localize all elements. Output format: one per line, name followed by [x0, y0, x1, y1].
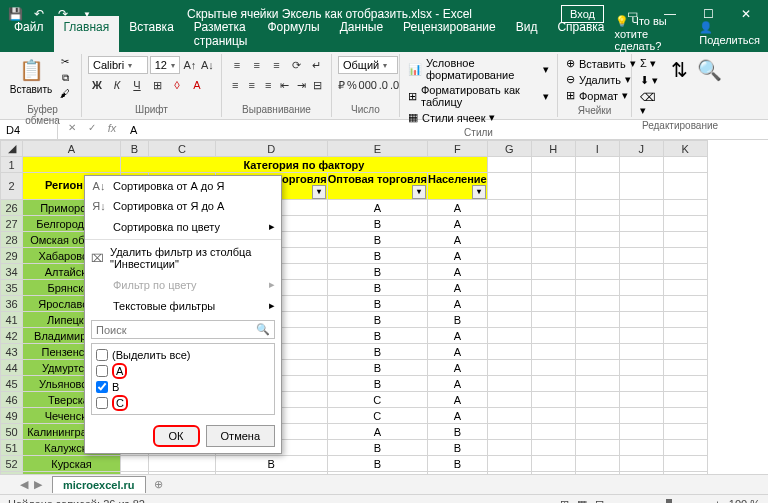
cut-icon[interactable]: ✂	[56, 56, 74, 70]
worksheet-grid[interactable]: ◢ABCDEFGHIJK1Категория по фактору2Регион…	[0, 140, 768, 474]
shrink-font-icon[interactable]: A↓	[200, 56, 215, 74]
cell[interactable]: B	[427, 472, 487, 475]
underline-icon[interactable]: Ч	[128, 76, 146, 94]
row-header[interactable]: 35	[1, 280, 23, 296]
zoom-in-icon[interactable]: +	[714, 498, 720, 503]
sheet-tab[interactable]: microexcel.ru	[52, 476, 146, 493]
clear-icon[interactable]: ⌫ ▾	[638, 90, 662, 118]
col-header[interactable]: F	[427, 141, 487, 157]
cell[interactable]: A	[427, 296, 487, 312]
inc-decimal-icon[interactable]: .0	[379, 76, 388, 94]
select-all-checkbox[interactable]	[96, 349, 108, 361]
borders-icon[interactable]: ⊞	[148, 76, 166, 94]
row-header[interactable]: 2	[1, 173, 23, 200]
cell[interactable]	[149, 456, 216, 472]
currency-icon[interactable]: ₽	[338, 76, 345, 94]
cell[interactable]: C	[327, 408, 427, 424]
sort-color-item[interactable]: Сортировка по цвету▸	[85, 216, 281, 237]
col-header[interactable]: G	[487, 141, 531, 157]
cell[interactable]: C	[327, 392, 427, 408]
tab-разметка страницы[interactable]: Разметка страницы	[184, 16, 258, 52]
cell[interactable]: B	[327, 344, 427, 360]
cell[interactable]: B	[327, 360, 427, 376]
filter-icon[interactable]: ▾	[312, 185, 326, 199]
cell[interactable]: B	[327, 216, 427, 232]
cell[interactable]: B	[327, 328, 427, 344]
cell[interactable]: A	[427, 408, 487, 424]
cancel-button[interactable]: Отмена	[206, 425, 275, 447]
font-family-combo[interactable]: Calibri▾	[88, 56, 148, 74]
sort-az-item[interactable]: A↓Сортировка от А до Я	[85, 176, 281, 196]
merge-icon[interactable]: ⊟	[311, 76, 326, 94]
cell[interactable]: B	[327, 440, 427, 456]
col-header[interactable]: K	[663, 141, 707, 157]
align-bottom-icon[interactable]: ≡	[268, 56, 286, 74]
cell[interactable]: B	[327, 472, 427, 475]
cell[interactable]	[121, 456, 149, 472]
row-header[interactable]: 29	[1, 248, 23, 264]
tab-формулы[interactable]: Формулы	[257, 16, 329, 52]
indent-dec-icon[interactable]: ⇤	[278, 76, 293, 94]
format-cells-button[interactable]: ⊞ Формат ▾	[564, 88, 625, 103]
number-format-combo[interactable]: Общий▾	[338, 56, 398, 74]
indent-inc-icon[interactable]: ⇥	[294, 76, 309, 94]
row-header[interactable]: 43	[1, 344, 23, 360]
cell[interactable]: B	[427, 456, 487, 472]
new-sheet-icon[interactable]: ⊕	[154, 478, 163, 491]
orientation-icon[interactable]: ⟳	[287, 56, 305, 74]
cell[interactable]	[121, 472, 149, 475]
row-header[interactable]: 34	[1, 264, 23, 280]
paste-button[interactable]: 📋 Вставить	[10, 56, 52, 95]
cell[interactable]: B	[327, 296, 427, 312]
cell[interactable]: A	[427, 280, 487, 296]
cell[interactable]: A	[327, 424, 427, 440]
fx-icon[interactable]: fx	[104, 122, 120, 138]
cell[interactable]: B	[327, 456, 427, 472]
cancel-formula-icon[interactable]: ✕	[64, 122, 80, 138]
col-header[interactable]: H	[531, 141, 575, 157]
tab-справка[interactable]: Справка	[547, 16, 614, 52]
filter-icon[interactable]: ▾	[412, 185, 426, 199]
cell[interactable]: B	[327, 232, 427, 248]
formula-input[interactable]: A	[124, 124, 137, 136]
font-color-icon[interactable]: A	[188, 76, 206, 94]
row-header[interactable]: 45	[1, 376, 23, 392]
enter-formula-icon[interactable]: ✓	[84, 122, 100, 138]
cell[interactable]: A	[427, 392, 487, 408]
cell[interactable]: B	[427, 312, 487, 328]
row-header[interactable]: 1	[1, 157, 23, 173]
find-select-button[interactable]: 🔍	[696, 56, 722, 84]
cell[interactable]: A	[427, 328, 487, 344]
grow-font-icon[interactable]: A↑	[182, 56, 197, 74]
filter-values-list[interactable]: (Выделить все) ABC	[91, 343, 275, 415]
row-header[interactable]: 36	[1, 296, 23, 312]
tab-вставка[interactable]: Вставка	[119, 16, 184, 52]
filter-option-checkbox[interactable]	[96, 397, 108, 409]
cell[interactable]: A	[427, 344, 487, 360]
zoom-level[interactable]: 100 %	[729, 498, 760, 503]
cell[interactable]: B	[215, 472, 327, 475]
comma-icon[interactable]: 000	[359, 76, 377, 94]
col-header[interactable]: E	[327, 141, 427, 157]
autosum-icon[interactable]: Σ ▾	[638, 56, 662, 71]
col-header[interactable]: B	[121, 141, 149, 157]
row-header[interactable]: 51	[1, 440, 23, 456]
cell[interactable]: A	[427, 360, 487, 376]
align-right-icon[interactable]: ≡	[261, 76, 276, 94]
cell[interactable]: A	[327, 200, 427, 216]
filter-option-checkbox[interactable]	[96, 381, 108, 393]
fill-color-icon[interactable]: ◊	[168, 76, 186, 94]
select-all-cell[interactable]: ◢	[1, 141, 23, 157]
cell[interactable]: A	[427, 232, 487, 248]
view-normal-icon[interactable]: ⊞	[560, 498, 569, 504]
tab-файл[interactable]: Файл	[4, 16, 54, 52]
filter-search[interactable]: 🔍	[91, 320, 275, 339]
cell[interactable]: B	[427, 424, 487, 440]
copy-icon[interactable]: ⧉	[56, 72, 74, 86]
bold-icon[interactable]: Ж	[88, 76, 106, 94]
table-header[interactable]: Население▾	[427, 173, 487, 200]
row-header[interactable]: 50	[1, 424, 23, 440]
align-center-icon[interactable]: ≡	[245, 76, 260, 94]
format-painter-icon[interactable]: 🖌	[56, 88, 74, 102]
insert-cells-button[interactable]: ⊕ Вставить ▾	[564, 56, 625, 71]
